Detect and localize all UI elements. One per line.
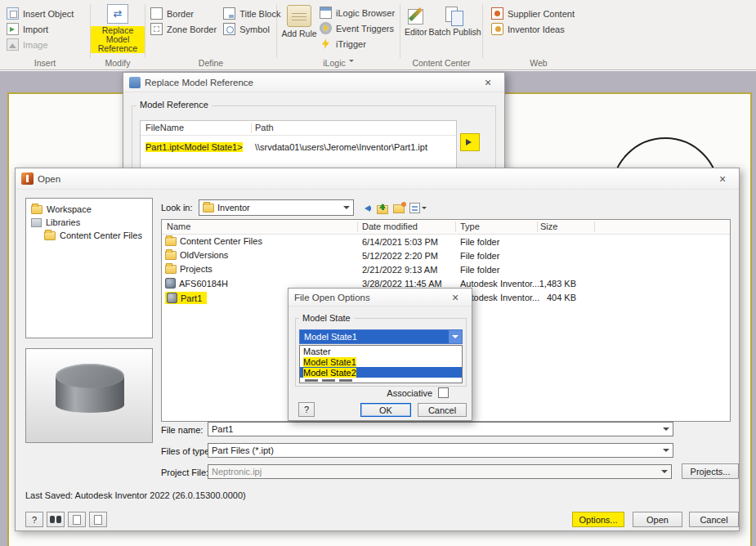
replace-model-reference-button[interactable]: Replace Model Reference bbox=[91, 0, 145, 53]
close-icon[interactable]: × bbox=[477, 76, 499, 89]
cancel-button[interactable]: Cancel bbox=[418, 403, 467, 417]
inventor-logo-icon bbox=[21, 172, 34, 185]
replace-model-reference-label: Replace Model Reference bbox=[91, 26, 145, 53]
model-state-dropdown-list: Master Model State1 Model State2 bbox=[299, 345, 463, 383]
help-button[interactable]: ? bbox=[25, 512, 43, 527]
options-dialog-title: File Open Options bbox=[294, 293, 370, 302]
replace-dialog-title: Replace Model Reference bbox=[145, 78, 253, 87]
open-button[interactable]: Open bbox=[633, 512, 682, 527]
browse-button[interactable] bbox=[460, 133, 480, 151]
model-state-combobox[interactable]: Model State1 bbox=[299, 329, 463, 344]
file-name-input[interactable]: Part1 bbox=[208, 422, 673, 436]
quick-launch-button[interactable] bbox=[68, 512, 86, 527]
tree-item-libraries[interactable]: Libraries bbox=[26, 216, 152, 229]
workspace-tree: Workspace Libraries Content Center Files bbox=[25, 198, 153, 338]
combo-dropdown-button[interactable] bbox=[449, 330, 462, 343]
cylinder-top bbox=[56, 364, 124, 388]
list-item-model-state1[interactable]: Model State1 bbox=[300, 356, 462, 367]
column-header-type[interactable]: Type bbox=[460, 222, 480, 231]
view-menu-button[interactable] bbox=[408, 199, 427, 216]
event-triggers-button[interactable]: Event Triggers bbox=[317, 20, 397, 36]
tree-item-label: Libraries bbox=[46, 217, 80, 227]
list-item-master[interactable]: Master bbox=[300, 346, 462, 356]
border-label: Border bbox=[167, 9, 194, 19]
list-item-model-state2[interactable]: Model State2 bbox=[300, 367, 462, 378]
screen: Insert Object Import Image Insert Replac… bbox=[0, 0, 756, 546]
part-file-icon bbox=[165, 278, 176, 289]
preview-toggle-button[interactable] bbox=[89, 512, 107, 527]
model-state-label: Model State bbox=[299, 313, 354, 323]
back-icon bbox=[360, 202, 373, 214]
list-item-clipped[interactable] bbox=[300, 378, 462, 383]
replace-dialog-titlebar: Replace Model Reference × bbox=[123, 73, 504, 92]
cancel-button[interactable]: Cancel bbox=[689, 512, 739, 527]
symbol-button[interactable]: Symbol bbox=[221, 21, 283, 37]
ribbon-group-label-define: Define bbox=[145, 58, 276, 68]
chevron-down-icon bbox=[661, 470, 668, 477]
inventor-ideas-button[interactable]: Inventor Ideas bbox=[489, 21, 567, 37]
symbol-icon bbox=[223, 23, 235, 35]
column-header-date-modified[interactable]: Date modified bbox=[362, 222, 418, 231]
chevron-down-icon[interactable] bbox=[663, 449, 669, 455]
image-button[interactable]: Image bbox=[4, 37, 51, 52]
file-date-cell: 5/12/2022 2:20 PM bbox=[362, 251, 438, 261]
column-separator[interactable] bbox=[357, 222, 358, 232]
tree-item-workspace[interactable]: Workspace bbox=[26, 203, 152, 216]
folder-icon bbox=[44, 231, 56, 240]
batch-publish-label: Batch Publish bbox=[428, 28, 481, 37]
ribbon-group-label-ilogic[interactable]: iLogic bbox=[277, 58, 400, 68]
ilogic-browser-button[interactable]: iLogic Browser bbox=[317, 5, 397, 20]
column-separator[interactable] bbox=[455, 222, 456, 232]
insert-object-button[interactable]: Insert Object bbox=[4, 6, 76, 21]
column-header-name[interactable]: Name bbox=[167, 222, 190, 231]
column-header-filename[interactable]: FileName bbox=[145, 123, 184, 132]
help-button[interactable]: ? bbox=[298, 402, 315, 417]
ok-button[interactable]: OK bbox=[360, 403, 411, 417]
browse-icon bbox=[466, 139, 475, 145]
table-row[interactable]: Content Center Files 6/14/2021 5:03 PM F… bbox=[162, 235, 730, 249]
part-file-icon bbox=[167, 293, 177, 303]
options-button[interactable]: Options... bbox=[572, 512, 624, 527]
back-button[interactable] bbox=[359, 199, 374, 216]
image-label: Image bbox=[23, 40, 48, 50]
title-block-button[interactable]: Title Block bbox=[221, 6, 283, 21]
import-label: Import bbox=[23, 25, 48, 34]
ribbon-group-content-center: Editor Batch Publish Content Center bbox=[400, 0, 482, 69]
close-icon[interactable]: × bbox=[712, 172, 733, 186]
look-in-combobox[interactable]: Inventor bbox=[199, 199, 354, 216]
chevron-down-icon[interactable] bbox=[343, 206, 350, 213]
chevron-down-icon[interactable] bbox=[663, 427, 669, 434]
open-dialog-title: Open bbox=[38, 174, 60, 184]
supplier-content-button[interactable]: Supplier Content bbox=[489, 6, 577, 21]
up-one-level-button[interactable] bbox=[375, 199, 390, 216]
import-button[interactable]: Import bbox=[4, 21, 51, 37]
files-of-type-combobox[interactable]: Part Files (*.ipt) bbox=[208, 443, 673, 458]
editor-label: Editor bbox=[405, 28, 427, 37]
look-in-label: Look in: bbox=[161, 203, 193, 213]
find-button[interactable] bbox=[47, 512, 65, 527]
folder-icon bbox=[31, 205, 42, 214]
zone-border-button[interactable]: Zone Border bbox=[148, 21, 219, 37]
column-separator[interactable] bbox=[537, 222, 538, 232]
event-triggers-icon bbox=[320, 22, 332, 34]
column-header-path[interactable]: Path bbox=[255, 123, 274, 132]
new-folder-button[interactable] bbox=[391, 199, 406, 216]
border-button[interactable]: Border bbox=[148, 6, 219, 21]
table-row[interactable]: OldVersions 5/12/2022 2:20 PM File folde… bbox=[162, 249, 730, 263]
clipped-text bbox=[339, 379, 352, 382]
up-folder-icon bbox=[377, 205, 388, 214]
table-row[interactable]: Projects 2/21/2022 9:13 AM File folder bbox=[162, 263, 730, 277]
replace-model-reference-icon bbox=[107, 4, 128, 24]
model-state-value: Model State1 bbox=[304, 332, 357, 342]
file-name-cell: Part1 bbox=[165, 292, 207, 304]
column-separator[interactable] bbox=[594, 222, 595, 232]
event-triggers-label: Event Triggers bbox=[336, 24, 394, 34]
projects-button[interactable]: Projects... bbox=[682, 463, 739, 479]
preview-pane bbox=[25, 348, 153, 443]
table-row[interactable]: Part1.ipt<Model State1> \\srvdata01\user… bbox=[141, 136, 456, 150]
close-icon[interactable]: × bbox=[445, 291, 466, 304]
tree-item-content-center-files[interactable]: Content Center Files bbox=[26, 229, 152, 242]
column-header-size[interactable]: Size bbox=[540, 222, 557, 231]
itrigger-button[interactable]: iTrigger bbox=[317, 36, 397, 51]
associative-checkbox[interactable] bbox=[438, 387, 449, 398]
